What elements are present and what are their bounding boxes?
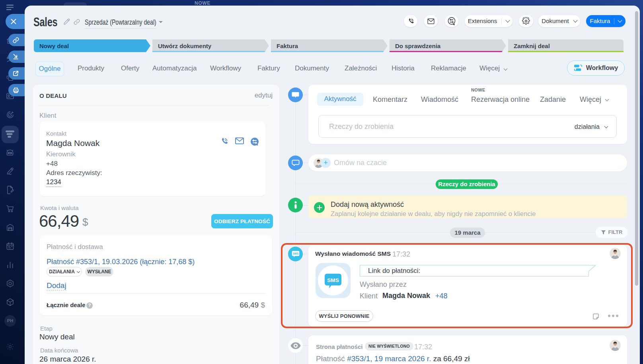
profile-badge[interactable]: PH: [4, 315, 16, 327]
cube-icon[interactable]: [0, 298, 20, 307]
add-activity-banner[interactable]: Dodaj nową aktywność Zaplanuj kolejne dz…: [308, 195, 627, 218]
workflowy-button[interactable]: Workflowy: [567, 60, 625, 76]
close-button[interactable]: [6, 14, 25, 29]
email-button[interactable]: [424, 15, 438, 27]
calendar-icon[interactable]: [0, 241, 20, 251]
edit-deal-link[interactable]: edytuj: [255, 91, 273, 99]
stage-faktura[interactable]: Faktura: [271, 39, 388, 52]
stage-zamknij-deal[interactable]: Zamknij deal: [508, 39, 624, 52]
payment-page-card: Strona płatności NIE WYŚWIETLONO 17:32 P…: [308, 335, 627, 364]
tab-komentarz[interactable]: Komentarz: [373, 95, 407, 104]
address-label: Adres rzeczywisty:: [46, 169, 102, 177]
chat-input-row[interactable]: + Omów na czacie: [308, 154, 627, 171]
tab-produkty[interactable]: Produkty: [78, 64, 104, 72]
sign-pen-icon[interactable]: [0, 167, 20, 176]
bar-chart-icon[interactable]: [0, 260, 20, 269]
date-separator: 19 marca: [450, 228, 485, 238]
todo-section-pill[interactable]: Rzeczy do zrobienia: [436, 179, 498, 189]
contact-label: Kontakt: [46, 130, 66, 137]
tab-rezerwacja-online[interactable]: Rezerwacja online: [471, 95, 530, 104]
client-call-icon[interactable]: [220, 137, 229, 146]
tab-faktury[interactable]: Faktury: [257, 64, 280, 72]
chevron-down-icon: [159, 21, 163, 25]
user-avatar: [610, 340, 621, 351]
add-chat-user-icon[interactable]: +: [321, 158, 331, 168]
link-title-icon[interactable]: [73, 18, 81, 25]
plus-icon[interactable]: [314, 202, 325, 213]
tab-wiecej-timeline[interactable]: Więcej: [580, 95, 601, 104]
client-label: Klient: [39, 112, 57, 120]
edit-title-icon[interactable]: [63, 18, 70, 25]
tab-reklamacje[interactable]: Reklamacje: [431, 64, 466, 72]
robot-icon[interactable]: [0, 148, 20, 157]
tab-zadanie[interactable]: Zadanie: [540, 95, 566, 104]
eye-marker-icon: [288, 338, 303, 353]
tab-historia[interactable]: Historia: [392, 64, 415, 72]
target-icon[interactable]: [0, 110, 20, 119]
faktura-button[interactable]: Faktura: [586, 15, 625, 27]
tab-wiadomosc[interactable]: Wiadomość: [421, 95, 458, 104]
chevron-down-icon: [504, 67, 508, 71]
stage-utworz-dokumenty[interactable]: Utwórz dokumenty: [152, 39, 269, 52]
cart-icon[interactable]: [0, 204, 20, 213]
contact-name[interactable]: Magda Nowak: [46, 138, 99, 148]
scrollbar-thumb[interactable]: [635, 11, 638, 286]
chevron-down-icon: [605, 97, 609, 101]
deal-slider-panel: Sales Sprzedaż (Powtarzalny deal) Extens…: [25, 6, 640, 364]
document-edit-icon[interactable]: [0, 185, 20, 195]
todo-placeholder: Rzeczy do zrobienia: [329, 123, 394, 131]
dokument-button[interactable]: Dokument: [538, 15, 580, 27]
tab-automatyzacja[interactable]: Automatyzacja: [152, 64, 197, 72]
manager-label: Kierownik: [46, 150, 76, 158]
filter-button[interactable]: FILTR: [596, 227, 627, 238]
todo-input[interactable]: Rzeczy do zrobienia działania: [318, 115, 617, 138]
stage-label: Etap: [40, 325, 53, 332]
menu-burger-icon[interactable]: [6, 4, 14, 10]
client-chat-icon[interactable]: [250, 137, 259, 146]
add-payment-link[interactable]: Dodaj: [47, 281, 66, 290]
chat-history-button[interactable]: [445, 15, 458, 27]
payment-detail-link[interactable]: #353/1, 19 marca 2026 r.: [347, 354, 431, 363]
storage-icon[interactable]: [0, 223, 20, 232]
chevron-down-icon: [604, 125, 608, 128]
end-date-label: Data końcowa: [40, 347, 78, 354]
stage-nowy-deal[interactable]: Nowy deal: [34, 39, 150, 52]
tab-ogolne[interactable]: Ogólne: [35, 62, 64, 76]
collect-payment-button[interactable]: ODBIERZ PŁATNOŚĆ: [211, 214, 273, 228]
settings-gear-button[interactable]: [519, 15, 533, 27]
open-in-new-button[interactable]: [8, 67, 25, 80]
tab-wiecej[interactable]: Więcej: [479, 64, 500, 72]
not-viewed-badge: NIE WYŚWIETLONO: [365, 342, 413, 350]
tab-dokumenty[interactable]: Dokumenty: [295, 64, 329, 72]
help-question-icon[interactable]: ?: [86, 302, 93, 309]
payment-section-label: Płatność i dostawa: [47, 243, 103, 251]
payment-link[interactable]: Płatność #353/1, 19.03.2026 (łącznie: 17…: [47, 258, 195, 267]
end-date-value: 26 marca 2026 r.: [39, 355, 96, 364]
amount-currency: $: [82, 216, 88, 228]
tab-oferty[interactable]: Oferty: [121, 64, 139, 72]
tab-workflowy[interactable]: Workflowy: [210, 64, 241, 72]
hexagon-icon[interactable]: [0, 279, 20, 288]
divider: [47, 293, 265, 294]
client-email-icon[interactable]: [235, 137, 244, 145]
payment-card: Płatność i dostawa Płatność #353/1, 19.0…: [40, 235, 272, 315]
copy-link-button[interactable]: [8, 34, 25, 46]
info-marker-icon: [288, 198, 303, 212]
print-button[interactable]: [8, 84, 25, 96]
actions-chip[interactable]: DZIAŁANIA: [47, 267, 82, 276]
chat-marker-icon: [288, 156, 303, 170]
extensions-button[interactable]: Extensions: [465, 15, 512, 27]
tab-zaleznosci[interactable]: Zależności: [345, 64, 377, 72]
actions-dropdown[interactable]: działania: [575, 123, 600, 130]
address-value[interactable]: 1234: [46, 178, 61, 187]
tab-aktywnosc[interactable]: Aktywność: [317, 93, 363, 106]
app-window: NOWE PH Sales Sprzedaż (Powtarzalny deal…: [0, 0, 643, 364]
funnel-icon[interactable]: [0, 130, 20, 138]
deal-category-selector[interactable]: Sprzedaż (Powtarzalny deal): [85, 18, 156, 29]
call-button[interactable]: [404, 15, 417, 27]
stage-do-sprawdzenia[interactable]: Do sprawdzenia: [390, 39, 506, 52]
payment-page-detail: Płatność #353/1, 19 marca 2026 r. za 66,…: [316, 354, 470, 364]
gear-icon[interactable]: [0, 342, 20, 351]
collapse-button[interactable]: [8, 51, 25, 63]
deal-section-title: O DEALU: [39, 92, 67, 99]
